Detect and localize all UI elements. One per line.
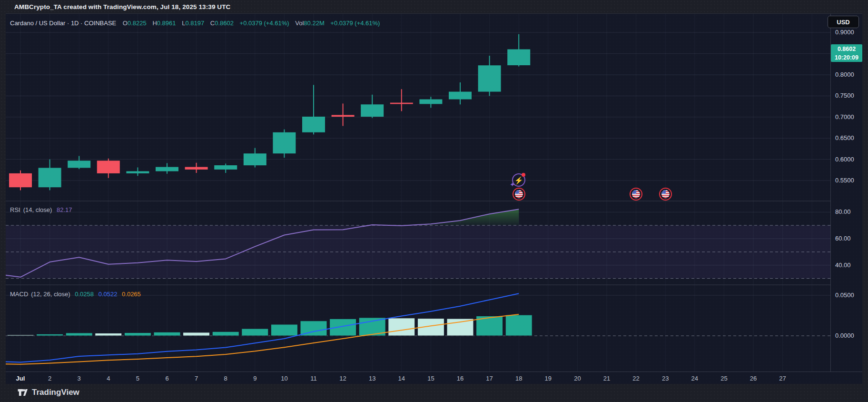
macd-histogram-bar [154,332,180,336]
macd-histogram-bar [66,333,92,336]
time-axis-label: 12 [339,375,346,382]
time-axis-label: 19 [545,375,552,382]
volume-label: Vol [295,20,304,27]
open-value: 0.8225 [128,20,147,27]
candle-body [185,167,208,170]
high-label: H [152,20,157,27]
us-flag-icon [632,190,640,198]
change-value: +0.0379 (+4.61%) [240,20,289,27]
candle-body [449,92,472,100]
open-label: O [123,20,128,27]
close-value: 0.8602 [215,20,234,27]
price-axis-label: 80.00 [835,208,862,215]
time-axis-label: 5 [136,375,139,382]
high-value: 0.8961 [157,20,176,27]
time-axis-label: 3 [78,375,81,382]
us-flag-icon [515,190,523,198]
candle-body [390,103,413,104]
candle-body [156,167,178,171]
chart-container: Cardano / US Dollar · 1D · COINBASE O0.8… [6,13,862,384]
attribution-bar: AMBCrypto_TA created with TradingView.co… [0,0,868,13]
price-axis-label: 40.00 [835,261,862,269]
price-axis-label: 60.00 [835,235,862,242]
candle-body [273,132,296,153]
chart-plot-area[interactable] [6,14,830,384]
candle-body [126,171,149,173]
macd-params: (12, 26, close) [31,291,70,298]
rsi-name: RSI [10,206,20,213]
time-axis-label: 21 [603,375,610,382]
time-axis-label: 2 [48,375,51,382]
rsi-legend[interactable]: RSI(14, close) 82.17 [10,206,75,213]
time-axis-label: 15 [427,375,434,382]
price-axis[interactable]: 0.90000.80000.75000.70000.65000.60000.55… [830,14,862,372]
candle-body [419,100,442,104]
candle-body [39,168,61,187]
macd-line-value: 0.0522 [99,291,118,298]
price-axis-label: 0.8000 [835,71,862,78]
time-axis-label: 11 [310,375,317,382]
tradingview-wordmark: TradingView [32,388,79,397]
symbol-legend[interactable]: Cardano / US Dollar · 1D · COINBASE O0.8… [10,20,384,27]
time-axis-label: 18 [515,375,522,382]
macd-histogram-bar [212,332,239,336]
time-axis-label: 27 [779,375,786,382]
macd-legend[interactable]: MACD(12, 26, close) 0.0258 0.0522 0.0265 [10,291,144,298]
macd-histogram-bar [505,315,532,336]
rsi-value: 82.17 [57,206,72,213]
candle-body [507,50,530,66]
candle-body [9,173,32,187]
last-price-tag: 0.8602 10:20:09 [831,44,862,62]
price-axis-label: 0.6000 [835,156,862,163]
close-label: C [210,20,215,27]
candle-body [244,153,266,165]
time-axis-label: 9 [253,375,256,382]
macd-histogram-bar [37,334,63,336]
time-axis-label: 14 [398,375,405,382]
time-axis-label: 4 [107,375,110,382]
sparkle-icon: ✦ [510,181,515,188]
macd-histogram-bar [330,319,356,336]
macd-histogram-bar [7,335,34,336]
price-axis-label: 0.5500 [835,177,862,184]
currency-toggle-button[interactable]: USD [828,16,859,28]
lightning-bolt-icon: ⚡ [514,177,523,184]
bar-countdown: 10:20:09 [831,54,862,62]
time-axis-label: 16 [457,375,464,382]
us-flag-icon [661,190,670,198]
us-economic-event-icon[interactable] [630,188,642,201]
volume-value: 80.22M [304,20,324,27]
candle-body [214,165,237,170]
time-axis-label: 23 [662,375,669,382]
price-axis-label: 0.0500 [835,291,862,299]
tradingview-mark-icon [17,388,28,397]
lightning-event-icon[interactable]: ⚡✦ [512,173,525,187]
symbol-title[interactable]: Cardano / US Dollar · 1D · COINBASE [10,20,116,27]
price-axis-label: 0.6500 [835,134,862,141]
price-axis-label: 0.9000 [835,29,862,36]
time-axis-label: 24 [691,375,698,382]
time-axis[interactable]: Jul2345678910111213141516171819202122232… [6,372,862,384]
time-axis-label: 13 [369,375,375,382]
candle-body [97,161,120,173]
candle-body [361,104,384,117]
volume-change-value: +0.0379 (+4.61%) [330,20,380,27]
time-axis-label: 17 [486,375,493,382]
time-axis-label: 10 [281,375,287,382]
macd-histogram-bar [388,318,415,336]
candle-body [68,161,90,168]
candle-body [332,115,355,117]
macd-signal-value: 0.0265 [122,291,141,298]
tradingview-logo[interactable]: TradingView [17,386,79,399]
time-axis-label: 22 [632,375,639,382]
macd-histogram-bar [183,332,210,336]
time-axis-label: 8 [224,375,227,382]
attribution-text: AMBCrypto_TA created with TradingView.co… [14,3,230,10]
rsi-band [6,225,830,278]
price-axis-label: 0.0000 [835,332,862,339]
us-economic-event-icon[interactable] [659,188,672,201]
tradingview-snapshot: { "topbar": { "attribution": "AMBCrypto_… [0,0,868,402]
us-economic-event-icon[interactable] [513,188,525,201]
macd-histogram-bar [447,319,473,336]
rsi-overbought-fill [372,209,519,225]
